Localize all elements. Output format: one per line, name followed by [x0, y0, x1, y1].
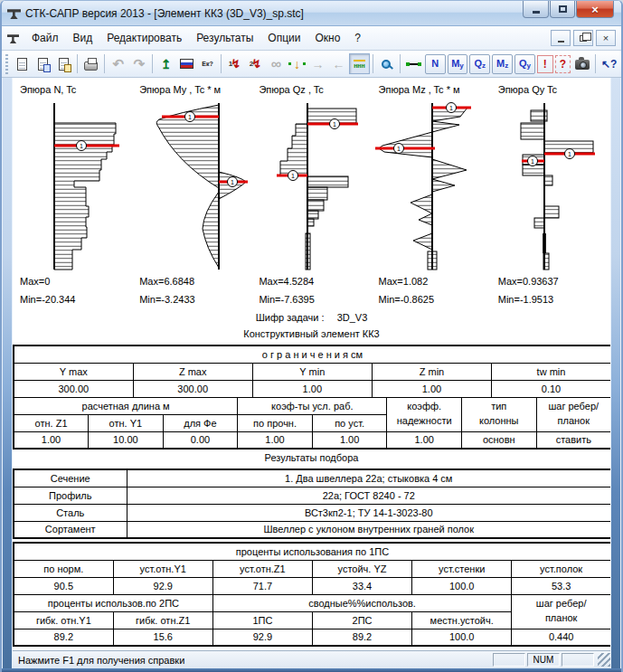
diagram-my-min: Min=-3.2433 — [132, 294, 251, 308]
selection-row-value: ВСт3кп2-1; ТУ 14-1-3023-80 — [127, 504, 610, 521]
question-icon: ? — [560, 58, 566, 71]
print-button[interactable] — [80, 53, 101, 74]
usage2-header: гибк. отн.Z1 — [113, 611, 212, 629]
close-button[interactable]: × — [576, 1, 614, 18]
diagram-mz-plot: 1 1 — [372, 98, 492, 271]
search-button[interactable]: ∞ — [266, 53, 287, 74]
svg-text:1: 1 — [531, 158, 534, 165]
diagram-row: Эпюра N, Tc 1 Max=0 Min=-20.344 Эпюра M — [13, 84, 610, 308]
force-qy-label: Q — [519, 58, 527, 69]
errors-button[interactable]: ! — [537, 55, 553, 73]
menu-file[interactable]: Файл — [24, 28, 66, 48]
force-my-sub: y — [459, 62, 463, 70]
usage1-header: устойч. YZ — [312, 560, 411, 577]
menu-options[interactable]: Опции — [260, 28, 307, 48]
context-help-button[interactable]: ↖? — [599, 53, 619, 74]
usage2-value: 100.0 — [412, 629, 512, 646]
usage1-header: уст.стенки — [412, 560, 512, 577]
usage2-value: 89.2 — [312, 629, 411, 646]
selection-row-value: Швеллер с уклоном внутренних граней поло… — [127, 521, 610, 538]
diagram-my: Эпюра My , Tc * м 1 1 — [132, 84, 251, 308]
force-mz-button[interactable]: Mz — [492, 54, 513, 74]
diagram-qy-title: Эпюра Qy Tc — [491, 84, 610, 98]
menu-help[interactable]: ? — [347, 28, 368, 48]
maximize-icon — [559, 5, 567, 13]
copy-element-button[interactable] — [33, 53, 53, 74]
calc-second-limit-button[interactable]: 2↯ — [245, 53, 266, 74]
mdi-restore-icon — [580, 35, 587, 42]
calc-first-limit-button[interactable]: 1↯ — [224, 53, 245, 74]
diagram-n-max: Max=0 — [13, 276, 132, 289]
lengths-group-coef: коэф-ты усл. раб. — [238, 397, 387, 414]
diagram-qz-max: Max=4.5284 — [251, 276, 371, 289]
zoom-button[interactable] — [376, 53, 397, 74]
diagram-mz-min: Min=-0.8625 — [372, 294, 491, 308]
toolbar-separator — [373, 54, 373, 73]
mdi-window-buttons: × — [551, 30, 616, 46]
usage2-value: 89.2 — [14, 629, 113, 646]
force-n-button[interactable]: N — [425, 54, 446, 74]
menu-window[interactable]: Окно — [307, 28, 347, 48]
force-my-button[interactable]: My — [448, 54, 468, 74]
toolbar-grip[interactable] — [5, 54, 8, 74]
mdi-close-button[interactable]: × — [596, 30, 616, 46]
refresh-icon: ↥ — [161, 57, 172, 71]
lengths-subheader: по прочн. — [238, 414, 313, 431]
magnifier-icon — [382, 60, 391, 69]
usage2-value: 92.9 — [212, 629, 312, 646]
resize-grip[interactable] — [598, 653, 610, 667]
limits-header: Z min — [372, 363, 491, 380]
force-qz-button[interactable]: Qz — [469, 54, 490, 74]
title-bar[interactable]: СТК-САПР версия 2013 - [Элемент КК3 (3D_… — [2, 1, 621, 26]
redo-button[interactable]: ↷ — [128, 53, 149, 74]
save-element-button[interactable] — [53, 53, 74, 74]
apply-results-button[interactable]: ↓ — [287, 53, 307, 74]
menu-edit[interactable]: Редактировать — [99, 28, 189, 48]
snapshot-button[interactable] — [571, 53, 592, 74]
usage2-value: 15.6 — [113, 629, 212, 646]
toolbar-separator — [221, 54, 222, 73]
force-qy-button[interactable]: Qy — [514, 54, 535, 74]
mdi-restore-button[interactable] — [573, 30, 593, 46]
selection-row-label: Сечение — [14, 469, 127, 487]
status-panel-cap — [493, 653, 525, 667]
stiffeners-mode-button[interactable]: ннн — [349, 53, 370, 74]
svg-text:1: 1 — [291, 173, 295, 179]
prev-element-button[interactable]: ← — [328, 53, 349, 74]
lengths-subheader: отн. Y1 — [89, 414, 164, 431]
svg-text:1: 1 — [80, 143, 83, 149]
limits-header: tw min — [492, 363, 611, 380]
svg-text:1: 1 — [188, 114, 192, 120]
undo-button[interactable]: ↶ — [108, 53, 128, 74]
force-n-label: N — [431, 58, 439, 69]
selection-row-label: Сталь — [14, 504, 127, 521]
element-info-button[interactable]: Ек? — [197, 53, 218, 74]
display-options-button[interactable] — [176, 53, 197, 74]
warnings-button[interactable]: ? — [555, 55, 571, 73]
mdi-minimize-button[interactable] — [551, 30, 571, 46]
lengths-subheader: отн. Z1 — [14, 414, 89, 431]
selection-row-value: 22а; ГОСТ 8240 - 72 — [127, 487, 610, 504]
diagram-mz-title: Эпюра Mz , Tc * м — [372, 84, 491, 98]
usage1-header: уст.отн.Y1 — [113, 560, 212, 577]
force-qy-sub: y — [527, 62, 531, 70]
toolbar-separator — [104, 54, 105, 73]
new-document-icon — [17, 58, 27, 71]
diagram-qy-min: Min=-1.9513 — [491, 294, 610, 308]
lengths-value: основн — [461, 431, 536, 449]
left-arrow-icon: ← — [332, 57, 345, 71]
menu-results[interactable]: Результаты — [189, 28, 260, 48]
usage2-group-total: сводные%%использов. — [212, 594, 511, 611]
lightning-icon: ↯ — [251, 57, 261, 71]
close-icon: × — [591, 3, 599, 16]
minimize-button[interactable] — [523, 1, 549, 18]
element-info-icon: Ек? — [202, 61, 212, 67]
new-document-button[interactable] — [12, 53, 33, 74]
next-element-button[interactable]: → — [307, 53, 328, 74]
toolbar-separator — [400, 54, 401, 73]
maximize-button[interactable] — [550, 1, 575, 18]
menu-view[interactable]: Вид — [66, 28, 100, 48]
usage1-value: 33.4 — [312, 577, 411, 594]
single-element-button[interactable] — [403, 53, 424, 74]
refresh-results-button[interactable]: ↥ — [156, 53, 176, 74]
